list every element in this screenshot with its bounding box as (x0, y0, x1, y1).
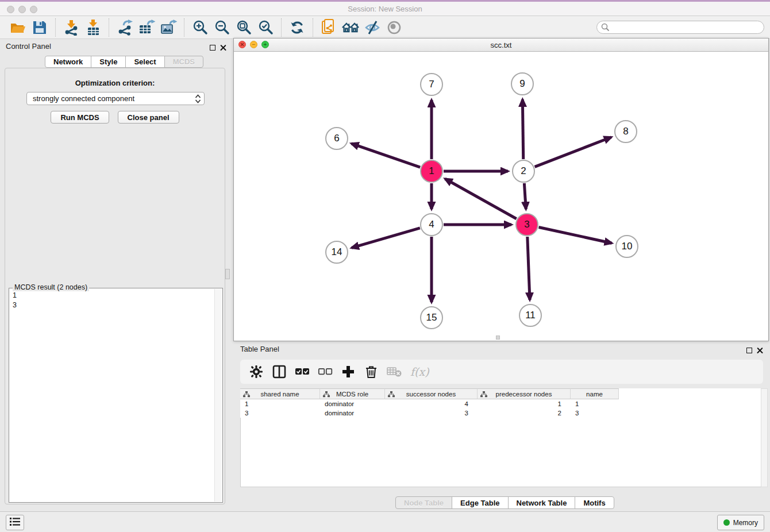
table-scrollbar[interactable] (761, 388, 768, 487)
column-header-4[interactable]: name (571, 388, 619, 399)
tab-select[interactable]: Select (125, 56, 164, 68)
show-all-icon[interactable] (386, 19, 403, 36)
column-header-3[interactable]: predecessor nodes (478, 388, 571, 399)
cell[interactable]: 3 (240, 408, 320, 418)
zoom-in-icon[interactable] (191, 19, 209, 36)
graph-node-11[interactable]: 11 (519, 304, 542, 327)
cell[interactable]: 1 (240, 399, 320, 408)
toolbar-separator (109, 18, 109, 37)
zoom-out-icon[interactable] (213, 19, 230, 36)
cell[interactable]: 3 (385, 408, 478, 418)
column-header-1[interactable]: MCDS role (320, 388, 385, 399)
mcds-result-legend: MCDS result (2 nodes) (13, 283, 89, 291)
table-panel-float-button[interactable] (746, 345, 752, 356)
graph-edge[interactable] (524, 183, 526, 209)
apply-function-icon[interactable]: f(x) (410, 365, 429, 378)
add-column-icon[interactable] (340, 363, 357, 380)
graph-edge[interactable] (539, 227, 612, 243)
graph-node-6[interactable]: 6 (325, 127, 348, 150)
apply-layout-icon[interactable] (288, 19, 306, 36)
column-header-2[interactable]: successor nodes (385, 388, 478, 399)
search-input[interactable] (596, 21, 764, 34)
graph-edge[interactable] (535, 137, 611, 167)
delete-columns-icon[interactable] (363, 363, 380, 380)
task-history-button[interactable] (6, 515, 24, 530)
cell[interactable]: 3 (571, 408, 619, 418)
table-panel-close-button[interactable] (757, 345, 763, 356)
run-mcds-button[interactable]: Run MCDS (51, 111, 109, 124)
search-field (596, 21, 764, 34)
graph-node-10[interactable]: 10 (615, 235, 638, 258)
graph-edge[interactable] (352, 144, 421, 167)
toolbar-separator (55, 18, 56, 37)
tab-network[interactable]: Network (45, 56, 91, 68)
close-panel-button[interactable]: Close panel (118, 111, 179, 124)
graph-node-14[interactable]: 14 (325, 241, 348, 264)
zoom-fit-icon[interactable] (235, 19, 252, 36)
save-session-icon[interactable] (31, 19, 48, 36)
vertical-splitter-handle[interactable] (225, 269, 230, 279)
control-panel-close-button[interactable] (220, 43, 226, 53)
delete-table-icon[interactable] (386, 363, 403, 380)
table-toolbar: f(x) (240, 360, 763, 384)
column-header-0[interactable]: shared name (240, 388, 320, 399)
show-columns-icon[interactable] (271, 363, 288, 380)
cell[interactable]: 4 (385, 399, 478, 408)
graph-node-8[interactable]: 8 (614, 120, 637, 143)
cell[interactable]: dominator (320, 408, 385, 418)
network-window-titlebar[interactable]: ✕ − + scc.txt (234, 38, 768, 52)
graph-edges (234, 51, 768, 341)
optimization-criterion-value: strongly connected component (33, 94, 134, 103)
chevron-updown-icon (194, 94, 202, 106)
main-titlebar: Session: New Session (0, 0, 770, 16)
new-network-from-selection-icon[interactable] (320, 19, 337, 36)
mcds-panel: Optimization criterion: strongly connect… (5, 68, 225, 504)
export-table-icon[interactable] (138, 19, 155, 36)
cell[interactable]: 1 (571, 399, 619, 408)
session-title: Session: New Session (0, 5, 770, 13)
network-view-window: ✕ − + scc.txt 7968124314101511 (233, 38, 769, 341)
import-table-icon[interactable] (84, 19, 102, 36)
tab-network-table[interactable]: Network Table (508, 496, 576, 509)
graph-edge[interactable] (528, 237, 530, 300)
graph-node-1[interactable]: 1 (420, 160, 443, 183)
optimization-criterion-select[interactable]: strongly connected component (26, 92, 205, 105)
zoom-selected-icon[interactable] (257, 19, 274, 36)
go-home-icon[interactable] (342, 19, 359, 36)
cell[interactable]: 2 (478, 408, 571, 418)
graph-node-2[interactable]: 2 (512, 160, 535, 183)
toolbar-separator (313, 18, 313, 37)
graph-edge[interactable] (352, 228, 420, 248)
graph-node-9[interactable]: 9 (511, 72, 534, 95)
graph-edge[interactable] (445, 179, 517, 219)
control-panel-float-button[interactable] (210, 43, 215, 53)
import-network-icon[interactable] (63, 19, 80, 36)
graph-node-15[interactable]: 15 (420, 306, 443, 329)
tab-mcds[interactable]: MCDS (164, 56, 203, 68)
tab-node-table[interactable]: Node Table (395, 496, 452, 509)
hide-selected-icon[interactable] (364, 19, 381, 36)
select-all-columns-icon[interactable] (294, 363, 311, 380)
graph-node-4[interactable]: 4 (420, 213, 443, 236)
settings-gear-icon[interactable] (248, 363, 265, 380)
table-body: 1dominator4113dominator323 (240, 399, 762, 418)
export-network-icon[interactable] (116, 19, 133, 36)
deselect-all-columns-icon[interactable] (317, 363, 334, 380)
tab-motifs[interactable]: Motifs (575, 496, 614, 509)
open-session-icon[interactable] (9, 19, 26, 36)
graph-node-7[interactable]: 7 (420, 73, 443, 96)
window-resize-handle[interactable] (496, 336, 500, 340)
table-row[interactable]: 1dominator411 (240, 399, 762, 408)
network-canvas[interactable]: 7968124314101511 (234, 51, 768, 341)
mcds-result-box: MCDS result (2 nodes) 13 (9, 288, 223, 503)
table-row[interactable]: 3dominator323 (240, 408, 762, 418)
tab-edge-table[interactable]: Edge Table (452, 496, 508, 509)
graph-node-3[interactable]: 3 (515, 213, 538, 236)
memory-button[interactable]: Memory (717, 515, 764, 530)
export-image-icon[interactable] (160, 19, 177, 36)
mcds-result-scrollbar[interactable] (214, 289, 222, 502)
graph-edge[interactable] (522, 99, 523, 159)
cell[interactable]: 1 (478, 399, 571, 408)
cell[interactable]: dominator (320, 399, 385, 408)
tab-style[interactable]: Style (91, 56, 126, 68)
